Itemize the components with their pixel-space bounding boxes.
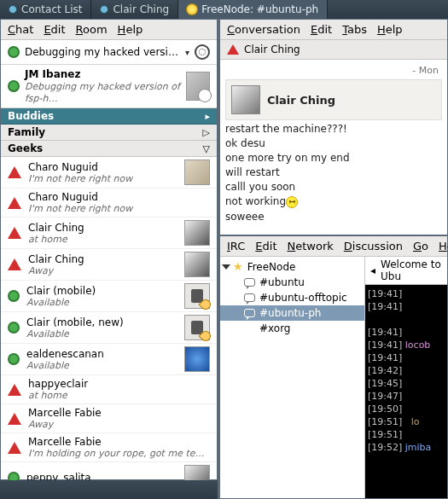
- away-triangle-icon: [8, 227, 21, 239]
- buddy-info: Clair (mobile)Available: [26, 285, 177, 308]
- group-family[interactable]: Family ▷: [1, 125, 217, 141]
- buddy-row[interactable]: Marcelle FabieAway: [1, 404, 217, 433]
- menu-discussion[interactable]: Discussion: [344, 240, 403, 252]
- buddy-name: Clair (mobile): [26, 285, 177, 297]
- xchat-icon: [187, 4, 197, 15]
- buddy-row[interactable]: Charo NuguidI'm not here right now: [1, 189, 217, 218]
- menubar[interactable]: Conversation Edit Tabs Help: [220, 20, 447, 40]
- contact-list-window: Chat Edit Room Help Debugging my hacked …: [0, 19, 218, 480]
- buddy-row[interactable]: Clair ChingAway: [1, 249, 217, 281]
- menu-edit[interactable]: Edit: [311, 23, 332, 36]
- buddy-info: Clair Chingat home: [28, 222, 177, 245]
- conversation-tab[interactable]: Clair Ching: [220, 40, 447, 60]
- menu-conversation[interactable]: Conversation: [227, 23, 300, 36]
- self-name-block: JM Ibanez Debugging my hacked version of…: [25, 68, 181, 104]
- channel-name: #xorg: [259, 322, 290, 334]
- window-tab-bar: Contact List Clair Ching FreeNode: #ubun…: [0, 0, 448, 19]
- buddy-name: Clair Ching: [28, 222, 177, 234]
- buddy-info: Charo NuguidI'm not here right now: [28, 161, 177, 184]
- away-triangle-icon: [8, 384, 21, 396]
- menu-help[interactable]: Help: [118, 23, 143, 36]
- message-row: ok desu: [225, 135, 442, 149]
- away-triangle-icon: [8, 258, 21, 270]
- group-label: Geeks: [8, 142, 43, 154]
- buddy-row[interactable]: ealdenescananAvailable: [1, 344, 217, 375]
- buddy-status: at home: [28, 390, 210, 401]
- buddy-info: Charo NuguidI'm not here right now: [28, 191, 210, 214]
- buddy-name: Clair Ching: [28, 253, 177, 265]
- away-triangle-icon: [8, 197, 21, 209]
- buddy-row[interactable]: Clair (mobile)Available: [1, 281, 217, 312]
- conversation-header: Clair Ching: [225, 79, 442, 120]
- status-available-icon: [8, 80, 20, 92]
- menu-go[interactable]: Go: [413, 240, 428, 252]
- buddy-row[interactable]: happyeclairat home: [1, 375, 217, 404]
- buddy-name: Clair (mobile, new): [26, 316, 177, 328]
- window-tab-conversation[interactable]: Clair Ching: [91, 0, 178, 19]
- buddy-status: Available: [26, 297, 177, 308]
- menu-chat[interactable]: Chat: [8, 23, 33, 36]
- avatar: [184, 220, 210, 246]
- chevron-left-icon[interactable]: ◂: [370, 264, 375, 276]
- chevron-right-icon: ▸: [205, 111, 210, 122]
- buddy-name: happyeclair: [28, 378, 210, 390]
- buddy-row[interactable]: Clair (mobile, new)Available: [1, 312, 217, 344]
- topic-text: Welcome to Ubu: [381, 258, 442, 282]
- menu-irc[interactable]: IRC: [227, 240, 245, 252]
- away-triangle-icon: [8, 442, 21, 454]
- message-row: soweee: [225, 208, 442, 223]
- network-name: FreeNode: [247, 261, 296, 273]
- star-icon: ★: [233, 260, 243, 273]
- group-buddies[interactable]: Buddies ▸: [1, 108, 217, 125]
- menubar[interactable]: IRC Edit Network Discussion Go Help: [220, 236, 447, 257]
- irc-log[interactable]: [19:41] [19:41] [19:41] [19:41] locob [1…: [365, 285, 447, 498]
- avatar: [184, 160, 210, 185]
- buddy-status: I'm not here right now: [28, 173, 177, 184]
- group-geeks[interactable]: Geeks ▽: [1, 141, 217, 157]
- buddy-row[interactable]: Charo NuguidI'm not here right now: [1, 157, 217, 189]
- pidgin-icon: [100, 5, 108, 14]
- channel-icon: [244, 278, 255, 287]
- status-available-icon: [8, 290, 20, 302]
- channel-row[interactable]: #ubuntu-ph: [220, 305, 364, 321]
- channel-row[interactable]: #ubuntu-offtopic: [220, 290, 364, 305]
- self-entry[interactable]: JM Ibanez Debugging my hacked version of…: [1, 65, 217, 108]
- channel-name: #ubuntu-offtopic: [259, 292, 347, 304]
- buddy-row[interactable]: Marcelle FabieI'm holding on your rope, …: [1, 433, 217, 462]
- menu-help[interactable]: Help: [377, 23, 403, 36]
- message-row: one more try on my end: [225, 149, 442, 164]
- buddy-status: Away: [28, 265, 177, 276]
- window-tab-contactlist[interactable]: Contact List: [0, 0, 91, 19]
- buddy-name: ealdenescanan: [26, 348, 177, 360]
- tree-expander-icon[interactable]: [222, 264, 230, 270]
- status-selector[interactable]: Debugging my hacked version of f… ▾: [1, 40, 217, 65]
- network-tree[interactable]: ★ FreeNode #ubuntu#ubuntu-offtopic#ubunt…: [220, 257, 365, 498]
- buddy-info: Clair ChingAway: [28, 253, 177, 276]
- buddy-status: Available: [26, 360, 177, 371]
- window-tab-label: Contact List: [21, 3, 82, 15]
- avatar: [231, 85, 260, 114]
- buddy-status: I'm holding on your rope, got me ten fee…: [28, 448, 210, 459]
- menubar[interactable]: Chat Edit Room Help: [1, 20, 217, 40]
- menu-tabs[interactable]: Tabs: [342, 23, 367, 36]
- buddy-name: Charo Nuguid: [28, 191, 210, 203]
- gear-icon[interactable]: [195, 44, 210, 60]
- channel-row[interactable]: #ubuntu: [220, 275, 364, 290]
- menu-edit[interactable]: Edit: [255, 240, 276, 252]
- message-row: calll you soon: [225, 178, 442, 193]
- channel-row[interactable]: #xorg: [220, 321, 364, 336]
- buddy-row[interactable]: Clair Chingat home: [1, 218, 217, 249]
- menu-edit[interactable]: Edit: [44, 23, 65, 36]
- menu-room[interactable]: Room: [76, 23, 108, 36]
- avatar: [184, 252, 210, 277]
- network-row[interactable]: ★ FreeNode: [220, 258, 364, 275]
- topic-bar: ◂ Welcome to Ubu: [365, 257, 447, 285]
- avatar: [184, 346, 210, 372]
- window-tab-irc[interactable]: FreeNode: #ubuntu-ph: [178, 0, 328, 19]
- buddy-name: Marcelle Fabie: [28, 436, 210, 448]
- status-available-icon: [8, 322, 20, 334]
- buddy-info: happyeclairat home: [28, 378, 210, 401]
- message-row: restart the machine???!: [225, 120, 442, 135]
- menu-help[interactable]: Help: [439, 240, 448, 252]
- menu-network[interactable]: Network: [288, 240, 334, 252]
